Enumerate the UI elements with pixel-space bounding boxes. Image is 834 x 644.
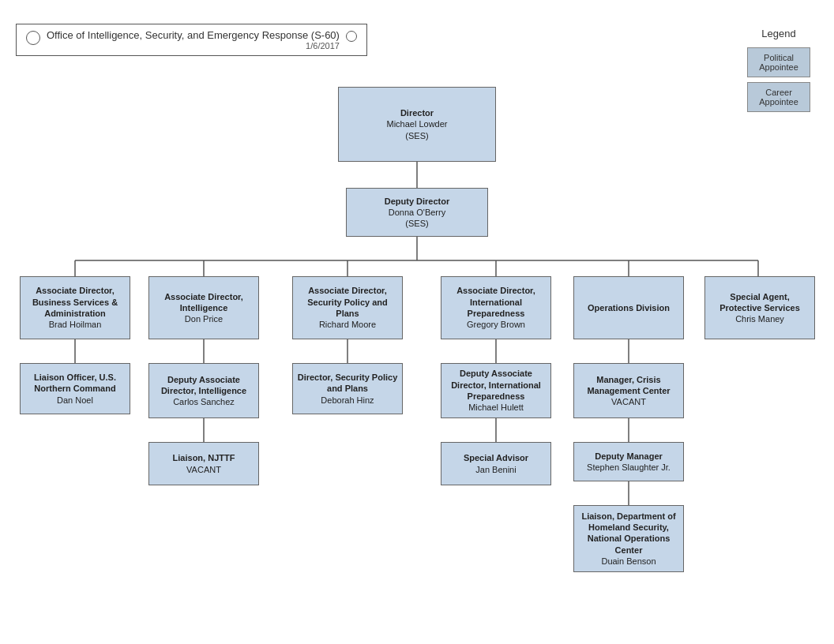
node-liaison-dhs: Liaison, Department of Homeland Security…	[573, 505, 684, 572]
org-chart: Director Michael Lowder (SES) Deputy Dir…	[0, 79, 834, 644]
node-director-security: Director, Security Policy and Plans Debo…	[292, 363, 403, 414]
header-box: Office of Intelligence, Security, and Em…	[16, 24, 367, 56]
node-assoc-intelligence: Associate Director, Intelligence Don Pri…	[148, 276, 259, 339]
header-circle-left	[26, 31, 40, 45]
node-assoc-business: Associate Director, Business Services & …	[20, 276, 130, 339]
legend-political: Political Appointee	[747, 47, 810, 77]
node-special-advisor: Special Advisor Jan Benini	[441, 442, 551, 485]
node-liaison-njttf: Liaison, NJTTF VACANT	[148, 442, 259, 485]
node-deputy-assoc-intel: Deputy Associate Director, Intelligence …	[148, 363, 259, 418]
header-text-block: Office of Intelligence, Security, and Em…	[47, 29, 340, 51]
node-assoc-security: Associate Director, Security Policy and …	[292, 276, 403, 339]
node-liaison-northern: Liaison Officer, U.S. Northern Command D…	[20, 363, 130, 414]
header-date: 1/6/2017	[47, 41, 340, 51]
org-lines	[0, 79, 834, 644]
legend-title: Legend	[761, 28, 795, 39]
node-special-agent: Special Agent, Protective Services Chris…	[704, 276, 815, 339]
node-operations: Operations Division	[573, 276, 684, 339]
node-assoc-intl: Associate Director, International Prepar…	[441, 276, 551, 339]
node-manager-crisis: Manager, Crisis Management Center VACANT	[573, 363, 684, 418]
node-deputy-assoc-intl: Deputy Associate Director, International…	[441, 363, 551, 418]
node-deputy-manager: Deputy Manager Stephen Slaughter Jr.	[573, 442, 684, 481]
node-director: Director Michael Lowder (SES)	[338, 87, 496, 162]
node-deputy-director: Deputy Director Donna O'Berry (SES)	[346, 188, 488, 237]
header-circle-right	[346, 31, 357, 42]
header-title: Office of Intelligence, Security, and Em…	[47, 29, 340, 41]
